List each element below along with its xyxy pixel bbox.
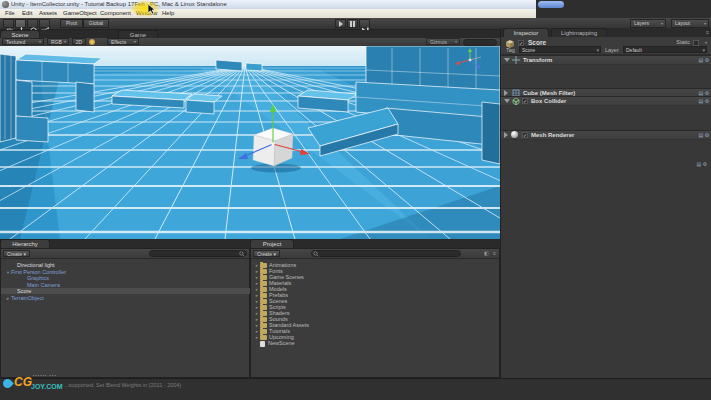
gizmos-label: Gizmos bbox=[430, 39, 447, 45]
box-collider-component-header[interactable]: ✓ Box Collider ▤ ⚙ bbox=[501, 96, 711, 106]
global-toggle-button[interactable]: Global bbox=[83, 19, 109, 28]
tab-scene[interactable]: Scene bbox=[0, 30, 40, 38]
menu-gameobject[interactable]: GameObject bbox=[63, 10, 97, 16]
chevron-down-icon: ▾ bbox=[455, 39, 457, 45]
2d-toggle[interactable]: 2D bbox=[72, 38, 86, 45]
hierarchy-search-input[interactable] bbox=[149, 250, 247, 257]
inspector-tab-strip: Inspector Lightmapping ≡ bbox=[501, 28, 711, 37]
hierarchy-item-graphics[interactable]: Graphics bbox=[1, 275, 275, 281]
tab-inspector[interactable]: Inspector bbox=[503, 28, 549, 37]
hierarchy-item-terrainobject[interactable]: ►TerrainObject bbox=[1, 295, 253, 301]
hierarchy-tab-strip: Hierarchy bbox=[0, 239, 250, 248]
chevron-down-icon: ▾ bbox=[134, 39, 136, 45]
pause-icon bbox=[350, 21, 355, 27]
help-and-gear-icons[interactable]: ▤ ⚙ bbox=[698, 132, 709, 138]
menu-bar: File Edit Assets GameObject Component Wi… bbox=[0, 9, 711, 18]
unity-editor-window: { "title_bar": { "title": "Unity - ItemC… bbox=[0, 0, 711, 400]
tab-project[interactable]: Project bbox=[250, 239, 294, 248]
scene-file-row[interactable]: NewScene bbox=[251, 340, 507, 346]
water-drop-icon bbox=[1, 377, 14, 390]
mesh-renderer-icon bbox=[511, 131, 518, 138]
hierarchy-item-score[interactable]: Score bbox=[1, 288, 265, 294]
menu-help[interactable]: Help bbox=[162, 10, 174, 16]
render-mode-label: Textured bbox=[6, 39, 25, 45]
scale-tool-button[interactable] bbox=[39, 19, 50, 28]
rotate-tool-button[interactable] bbox=[27, 19, 38, 28]
gizmos-dropdown[interactable]: Gizmos▾ bbox=[426, 38, 460, 45]
scene-file-label: NewScene bbox=[268, 340, 295, 346]
pause-button[interactable] bbox=[347, 19, 358, 28]
tab-lightmapping[interactable]: Lightmapping bbox=[551, 28, 607, 37]
play-button[interactable] bbox=[335, 19, 346, 28]
foldout-icon[interactable] bbox=[504, 99, 510, 103]
inspector-header: ✓ Score Static ▾ Tag Score▾ Layer Defaul… bbox=[501, 37, 711, 55]
item-label: TerrainObject bbox=[11, 295, 44, 301]
project-search-input[interactable] bbox=[311, 250, 461, 257]
lighting-toggle-icon[interactable] bbox=[89, 39, 95, 45]
layer-dropdown[interactable]: Default▾ bbox=[623, 46, 707, 53]
layout-dropdown[interactable]: Layout▾ bbox=[671, 19, 709, 28]
project-toolbar: Create ▾ ◧ ≡ bbox=[251, 249, 499, 259]
transform-component-header[interactable]: Transform ▤ ⚙ bbox=[501, 55, 711, 65]
project-list: ►Animations ►Fonts ►Game Scenes ►Materia… bbox=[251, 259, 499, 378]
project-create-button[interactable]: Create ▾ bbox=[253, 250, 280, 257]
chevron-down-icon: ▾ bbox=[661, 20, 663, 27]
box-collider-icon bbox=[512, 97, 520, 105]
project-tab-label: Project bbox=[263, 241, 282, 247]
chevron-down-icon: ▾ bbox=[64, 39, 66, 45]
project-panel: Create ▾ ◧ ≡ ►Animations ►Fonts ►Game Sc… bbox=[250, 248, 500, 378]
item-label: Graphics bbox=[27, 275, 49, 281]
component-enabled-checkbox[interactable]: ✓ bbox=[522, 132, 528, 138]
component-enabled-checkbox[interactable]: ✓ bbox=[522, 98, 528, 104]
hierarchy-panel: Create ▾ Directional light ▼First Person… bbox=[0, 248, 250, 378]
transform-icon bbox=[512, 56, 520, 64]
hand-tool-button[interactable] bbox=[3, 19, 14, 28]
panel-menu-icon[interactable]: ≡ bbox=[706, 29, 709, 35]
watermark-cg: CG bbox=[14, 375, 32, 389]
search-by-type-icon[interactable]: ◧ bbox=[484, 250, 489, 256]
title-bar: Unity - ItemCollector.unity - Tutorial B… bbox=[0, 0, 711, 9]
mesh-renderer-component-header[interactable]: ✓ Mesh Renderer ▤ ⚙ bbox=[501, 130, 711, 140]
layout-label: Layout bbox=[675, 20, 690, 26]
effects-dropdown[interactable]: Effects▾ bbox=[107, 38, 139, 45]
tab-hierarchy[interactable]: Hierarchy bbox=[0, 239, 50, 248]
menu-component[interactable]: Component bbox=[100, 10, 131, 16]
scene-viewport[interactable] bbox=[0, 46, 500, 239]
help-and-gear-icons[interactable]: ▤ ⚙ bbox=[698, 98, 709, 104]
hierarchy-item-main-camera[interactable]: Main Camera bbox=[1, 282, 275, 288]
search-by-label-icon[interactable]: ≡ bbox=[493, 250, 496, 256]
scene-search-input[interactable] bbox=[463, 39, 497, 46]
step-button[interactable] bbox=[359, 19, 370, 28]
lightmapping-tab-label: Lightmapping bbox=[561, 30, 597, 36]
hierarchy-item-first-person-controller[interactable]: ▼First Person Controller bbox=[1, 269, 253, 275]
rgb-dropdown[interactable]: RGB▾ bbox=[47, 38, 69, 45]
menu-assets[interactable]: Assets bbox=[39, 10, 57, 16]
menu-file[interactable]: File bbox=[5, 10, 15, 16]
hierarchy-create-button[interactable]: Create ▾ bbox=[3, 250, 30, 257]
status-bar: ...supported. Set Blend Weights in (2011… bbox=[0, 378, 711, 400]
search-icon bbox=[313, 251, 319, 257]
layers-dropdown[interactable]: Layers▾ bbox=[630, 19, 666, 28]
hierarchy-item-directional-light[interactable]: Directional light bbox=[1, 262, 265, 268]
static-dropdown-icon[interactable]: ▾ bbox=[705, 40, 707, 45]
play-icon bbox=[339, 21, 343, 27]
hierarchy-tab-label: Hierarchy bbox=[12, 241, 38, 247]
render-mode-dropdown[interactable]: Textured▾ bbox=[2, 38, 44, 45]
tab-game[interactable]: Game bbox=[118, 30, 158, 38]
foldout-icon[interactable] bbox=[504, 58, 510, 62]
watermark-cn-text: ▪▪▪▪▪▪ ▪▪▪ bbox=[33, 373, 57, 378]
static-label: Static bbox=[676, 39, 690, 45]
pivot-toggle-button[interactable]: Pivot bbox=[60, 19, 83, 28]
help-and-gear-icons[interactable]: ▤ ⚙ bbox=[696, 161, 707, 167]
foldout-icon[interactable] bbox=[504, 132, 508, 138]
move-tool-button[interactable] bbox=[15, 19, 26, 28]
layer-label: Layer bbox=[605, 47, 619, 53]
menu-edit[interactable]: Edit bbox=[22, 10, 32, 16]
mouse-cursor bbox=[148, 4, 156, 15]
project-tab-strip: Project bbox=[250, 239, 500, 248]
tag-dropdown[interactable]: Score▾ bbox=[519, 46, 601, 53]
help-and-gear-icons[interactable]: ▤ ⚙ bbox=[698, 57, 709, 63]
scene-file-icon bbox=[260, 341, 265, 347]
gameobject-name[interactable]: Score bbox=[528, 39, 546, 46]
window-title: Unity - ItemCollector.unity - Tutorial B… bbox=[11, 1, 227, 7]
